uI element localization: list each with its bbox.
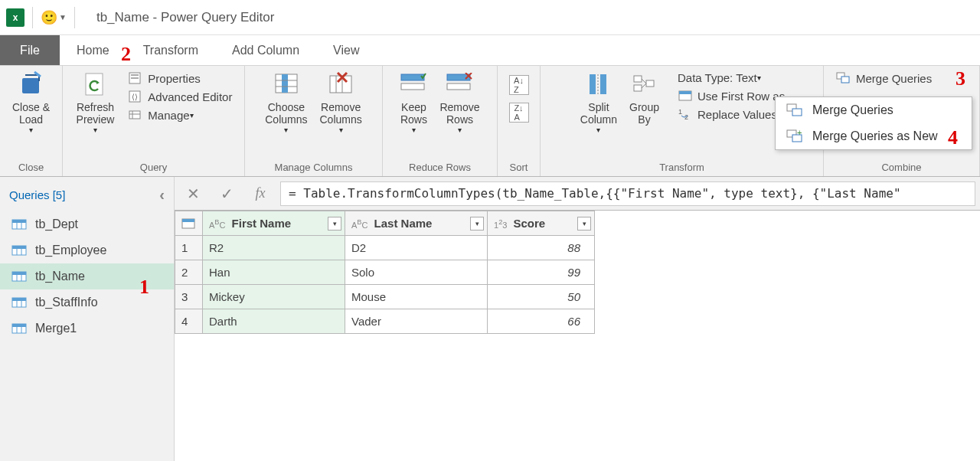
cell[interactable]: 88 (488, 236, 595, 260)
cell[interactable]: 66 (488, 309, 595, 334)
first-row-button[interactable]: Use First Row as (673, 87, 789, 105)
query-item-label: tb_StaffInfo (35, 296, 98, 309)
remove-rows-button[interactable]: Remove Rows▾ (433, 69, 485, 136)
remove-columns-button[interactable]: Remove Columns▾ (314, 69, 368, 136)
row-number[interactable]: 2 (175, 260, 203, 285)
properties-button[interactable]: Properties (123, 69, 237, 87)
query-item-tb_StaffInfo[interactable]: tb_StaffInfo (0, 289, 174, 316)
merge-icon (786, 103, 805, 117)
close-load-icon (18, 70, 45, 98)
properties-label: Properties (148, 72, 200, 85)
accept-formula-icon[interactable]: ✓ (213, 183, 240, 204)
table-icon (11, 322, 28, 335)
choose-columns-button[interactable]: Choose Columns▾ (259, 69, 313, 136)
sort-desc-button[interactable]: Z↓A (509, 103, 529, 123)
divider (74, 7, 75, 28)
cell[interactable]: D2 (345, 236, 488, 260)
row-number[interactable]: 3 (175, 285, 203, 309)
replace-values-label: Replace Values (697, 108, 777, 121)
svg-rect-17 (401, 74, 424, 80)
window-title: tb_Name - Power Query Editor (96, 10, 274, 25)
remove-rows-icon (446, 70, 473, 98)
cell[interactable]: Mickey (203, 285, 345, 309)
menu-transform[interactable]: Transform (126, 35, 215, 65)
table-icon (11, 218, 28, 230)
sort-asc-button[interactable]: A↓Z (509, 75, 529, 95)
svg-rect-26 (646, 80, 654, 87)
collapse-queries-icon[interactable]: ‹ (159, 186, 165, 204)
first-row-label: Use First Row as (697, 90, 785, 103)
queries-header: Queries [5] (9, 188, 65, 201)
column-header-last-name[interactable]: ABC Last Name▾ (345, 211, 488, 236)
menu-add-column[interactable]: Add Column (215, 35, 316, 65)
manage-button[interactable]: Manage ▾ (123, 106, 237, 124)
svg-text:⟨⟩: ⟨⟩ (132, 93, 138, 101)
close-load-label: Close & Load (12, 101, 50, 126)
column-header-score[interactable]: 123 Score▾ (488, 211, 595, 236)
title-bar: x 🙂 ▼ tb_Name - Power Query Editor (0, 0, 980, 35)
svg-rect-32 (841, 77, 849, 83)
svg-rect-34 (792, 109, 802, 116)
table-icon (11, 270, 28, 283)
query-item-tb_Dept[interactable]: tb_Dept (0, 211, 174, 237)
formula-bar: ✕ ✓ fx = Table.TransformColumnTypes(tb_N… (175, 177, 980, 211)
table-row[interactable]: 2HanSolo99 (175, 260, 595, 285)
merge-new-icon: + (786, 129, 805, 143)
group-by-button[interactable]: Group By (623, 69, 665, 127)
svg-rect-24 (634, 76, 642, 82)
svg-rect-22 (600, 74, 606, 94)
svg-rect-47 (12, 272, 26, 275)
table-row[interactable]: 1R2D288 (175, 236, 595, 260)
column-filter-icon[interactable]: ▾ (470, 217, 484, 230)
qat-smiley-icon[interactable]: 🙂 (41, 9, 57, 26)
table-row[interactable]: 3MickeyMouse50 (175, 285, 595, 309)
choose-columns-label: Choose Columns (265, 101, 307, 126)
dropdown-merge-new[interactable]: + Merge Queries as New (776, 123, 972, 149)
column-filter-icon[interactable]: ▾ (328, 217, 341, 230)
formula-input[interactable]: = Table.TransformColumnTypes(tb_Name_Tab… (280, 181, 975, 206)
close-load-button[interactable]: Close & Load▾ (6, 69, 56, 136)
cell[interactable]: 50 (488, 285, 595, 309)
cell[interactable]: 99 (488, 260, 595, 285)
row-number[interactable]: 4 (175, 309, 203, 334)
split-column-button[interactable]: Split Column▾ (574, 69, 623, 136)
cell[interactable]: Solo (345, 260, 488, 285)
svg-rect-39 (12, 220, 26, 223)
column-filter-icon[interactable]: ▾ (577, 217, 591, 230)
query-item-Merge1[interactable]: Merge1 (0, 316, 174, 342)
cell[interactable]: Mouse (345, 285, 488, 309)
advanced-editor-button[interactable]: ⟨⟩ Advanced Editor (123, 87, 237, 106)
cell[interactable]: R2 (203, 236, 345, 260)
query-item-tb_Employee[interactable]: tb_Employee (0, 237, 174, 263)
replace-values-button[interactable]: 12 Replace Values (673, 105, 789, 123)
qat-dropdown-icon[interactable]: ▼ (59, 13, 67, 21)
svg-rect-1 (86, 74, 103, 95)
menu-file[interactable]: File (0, 35, 60, 65)
menu-home[interactable]: Home (60, 35, 126, 65)
cell[interactable]: Han (203, 260, 345, 285)
fx-icon[interactable]: fx (247, 183, 274, 204)
merge-queries-label: Merge Queries (856, 72, 932, 85)
dropdown-merge[interactable]: Merge Queries (776, 97, 972, 123)
merge-queries-icon (836, 71, 851, 85)
cell[interactable]: Vader (345, 309, 488, 334)
queries-pane: Queries [5] ‹ tb_Depttb_Employeetb_Namet… (0, 177, 175, 461)
cancel-formula-icon[interactable]: ✕ (179, 183, 207, 204)
grid-corner[interactable] (175, 211, 203, 236)
table-row[interactable]: 4DarthVader66 (175, 309, 595, 334)
choose-columns-icon (273, 70, 300, 98)
merge-dropdown: Merge Queries + Merge Queries as New (775, 96, 972, 150)
ribbon: Close & Load▾ Close Refresh Preview▾ Pro… (0, 66, 980, 177)
query-item-label: tb_Dept (35, 217, 78, 231)
column-header-first-name[interactable]: ABC First Name▾ (203, 211, 345, 236)
cell[interactable]: Darth (203, 309, 345, 334)
merge-queries-button[interactable]: Merge Queries (831, 69, 975, 87)
menu-view[interactable]: View (316, 35, 376, 65)
row-number[interactable]: 1 (175, 236, 203, 260)
query-item-tb_Name[interactable]: tb_Name (0, 263, 174, 289)
keep-rows-button[interactable]: Keep Rows▾ (394, 69, 433, 136)
group-transform-label: Transform (659, 159, 704, 175)
group-reduce-rows-label: Reduce Rows (409, 159, 471, 175)
refresh-button[interactable]: Refresh Preview▾ (70, 69, 121, 136)
data-type-button[interactable]: Data Type: Text ▾ (673, 69, 789, 87)
